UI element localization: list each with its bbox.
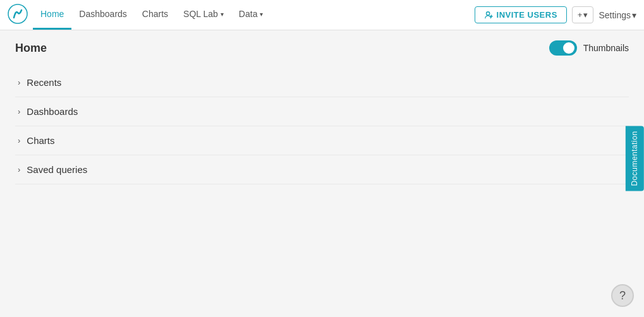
dashboards-chevron-icon: › xyxy=(18,107,20,116)
saved-queries-chevron-icon: › xyxy=(18,165,20,174)
plus-button[interactable]: + ▾ xyxy=(572,6,594,23)
section-charts: › Charts xyxy=(15,126,629,155)
navbar: Home Dashboards Charts SQL Lab ▾ Data ▾ … xyxy=(0,0,644,30)
thumbnails-toggle-group: Thumbnails xyxy=(549,40,629,56)
plus-label: + xyxy=(578,10,583,20)
data-dropdown-arrow: ▾ xyxy=(260,11,263,18)
dashboards-title: Dashboards xyxy=(27,106,78,117)
plus-dropdown-arrow: ▾ xyxy=(583,10,588,20)
charts-chevron-icon: › xyxy=(18,136,20,145)
main-content: Home Thumbnails › Recents › Dashboards › xyxy=(0,30,644,317)
logo[interactable] xyxy=(8,4,33,26)
page-title: Home xyxy=(15,42,47,55)
section-saved-queries-header[interactable]: › Saved queries xyxy=(15,155,629,184)
settings-button[interactable]: Settings ▾ xyxy=(598,10,636,20)
settings-label: Settings xyxy=(598,10,631,20)
recents-title: Recents xyxy=(27,77,61,88)
section-recents: › Recents xyxy=(15,68,629,97)
documentation-sidebar: Documentation xyxy=(626,126,644,191)
section-charts-header[interactable]: › Charts xyxy=(15,126,629,155)
svg-point-1 xyxy=(486,11,489,15)
settings-dropdown-arrow: ▾ xyxy=(632,10,636,20)
section-recents-header[interactable]: › Recents xyxy=(15,68,629,97)
section-saved-queries: › Saved queries xyxy=(15,155,629,184)
nav-item-dashboards[interactable]: Dashboards xyxy=(71,0,135,30)
nav-dashboards-label: Dashboards xyxy=(79,9,127,19)
documentation-tab[interactable]: Documentation xyxy=(626,126,644,191)
invite-users-label: INVITE USERS xyxy=(497,10,557,20)
charts-title: Charts xyxy=(27,135,54,146)
nav-data-label: Data xyxy=(239,9,258,19)
nav-items: Home Dashboards Charts SQL Lab ▾ Data ▾ xyxy=(33,0,475,30)
nav-sqllab-label: SQL Lab xyxy=(183,9,218,19)
help-button[interactable]: ? xyxy=(611,284,634,307)
section-dashboards: › Dashboards xyxy=(15,97,629,126)
toggle-slider xyxy=(549,40,577,56)
thumbnails-label: Thumbnails xyxy=(583,43,629,53)
help-icon: ? xyxy=(619,289,626,302)
page-header: Home Thumbnails xyxy=(15,40,629,56)
documentation-label: Documentation xyxy=(630,131,639,186)
sqllab-dropdown-arrow: ▾ xyxy=(221,11,224,18)
invite-users-button[interactable]: INVITE USERS xyxy=(475,6,567,23)
nav-charts-label: Charts xyxy=(142,9,168,19)
nav-right: INVITE USERS + ▾ Settings ▾ xyxy=(475,6,636,23)
thumbnails-toggle[interactable] xyxy=(549,40,577,56)
nav-item-sqllab[interactable]: SQL Lab ▾ xyxy=(176,0,231,30)
nav-item-data[interactable]: Data ▾ xyxy=(231,0,271,30)
section-dashboards-header[interactable]: › Dashboards xyxy=(15,97,629,126)
saved-queries-title: Saved queries xyxy=(27,164,87,175)
recents-chevron-icon: › xyxy=(18,78,20,87)
nav-item-home[interactable]: Home xyxy=(33,0,71,30)
svg-point-0 xyxy=(8,4,27,23)
sections-list: › Recents › Dashboards › Charts › Saved … xyxy=(15,68,629,184)
nav-home-label: Home xyxy=(40,9,64,19)
invite-icon xyxy=(484,11,493,20)
nav-item-charts[interactable]: Charts xyxy=(135,0,176,30)
